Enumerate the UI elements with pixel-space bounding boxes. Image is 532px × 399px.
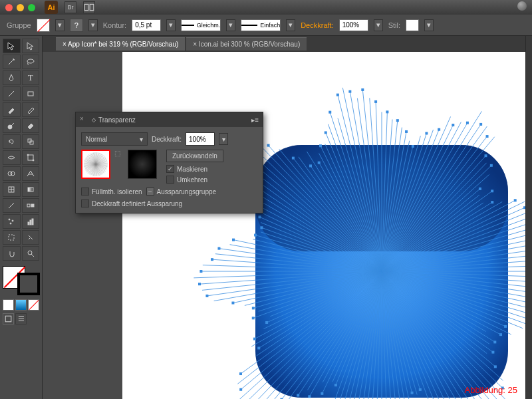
blob-brush-tool[interactable] [3,118,21,133]
svg-rect-269 [292,157,295,160]
window-controls [5,4,35,11]
checkbox-icon[interactable]: – [146,188,154,196]
tools-panel: T ☰ [0,36,43,399]
rectangle-tool[interactable] [22,86,40,101]
checkbox-icon[interactable] [81,200,89,207]
direct-selection-tool[interactable] [22,39,40,53]
checkbox-icon[interactable] [166,176,174,184]
svg-rect-248 [257,346,260,349]
mask-checkbox-row[interactable]: ✓Maskieren [166,165,223,173]
opacity-input[interactable] [339,19,368,31]
stroke-swatch[interactable]: ? [70,19,83,32]
stroke-weight-dropdown[interactable]: ▾ [166,19,176,31]
zoom-tool[interactable] [22,246,40,261]
checkbox-icon[interactable]: ✓ [166,165,174,173]
svg-rect-240 [321,392,323,395]
checkbox-icon[interactable] [81,188,89,196]
line-tool[interactable] [3,86,21,101]
stroke-weight-input[interactable] [132,19,161,31]
lasso-tool[interactable] [22,55,40,69]
brush-dropdown[interactable]: ▾ [286,19,295,31]
type-tool[interactable]: T [22,70,40,85]
canvas-area[interactable]: Abbildung: 25 [43,52,525,399]
tab-app-icon[interactable]: × App Icon* bei 319 % (RGB/Vorschau) [56,37,185,51]
svg-rect-294 [514,199,517,201]
svg-rect-285 [452,124,454,126]
screen-mode-normal[interactable] [3,313,14,325]
fill-stroke-indicator[interactable] [3,266,40,295]
hand-tool[interactable] [3,246,21,261]
stroke-profile-dropdown[interactable]: ▾ [226,19,235,31]
color-mode-gradient[interactable] [15,299,27,311]
close-window-button[interactable] [5,4,13,11]
graph-tool[interactable] [22,214,40,229]
arrange-icon[interactable] [83,1,95,13]
style-swatch[interactable] [406,19,419,31]
opacity-defines-knockout-row[interactable]: Deckkraft definiert Aussparung [81,200,182,207]
color-mode-none[interactable] [28,299,39,311]
width-tool[interactable] [3,150,21,165]
scale-tool[interactable] [22,134,40,149]
rotate-tool[interactable] [3,134,21,149]
panel-header[interactable]: × ◇ Transparenz ▸≡ [76,112,263,127]
blend-mode-select[interactable]: Normal▾ [81,132,148,146]
pen-tool[interactable] [3,70,21,85]
perspective-grid-tool[interactable] [22,166,40,181]
svg-rect-287 [479,123,482,126]
artboard-tool[interactable] [3,230,21,245]
stroke-profile[interactable]: Gleichm. [181,19,221,31]
mask-thumbnail[interactable] [128,150,157,179]
draw-mode-toggle[interactable]: ☰ [15,313,27,325]
zoom-window-button[interactable] [28,4,35,11]
invert-checkbox-row[interactable]: Umkehren [166,176,223,184]
right-panel-collapsed[interactable] [525,36,532,399]
svg-rect-241 [308,395,311,398]
gradient-tool[interactable] [22,182,40,197]
minimize-window-button[interactable] [17,4,24,11]
fill-swatch[interactable] [37,19,50,32]
style-dropdown[interactable]: ▾ [424,19,434,31]
panel-menu-icon[interactable]: ▸≡ [251,116,259,124]
artwork-thumbnail[interactable] [81,150,110,179]
revert-button[interactable]: Zurückwandeln [166,150,223,162]
magic-wand-tool[interactable] [3,55,21,69]
svg-rect-25 [9,235,14,240]
svg-rect-253 [231,302,234,305]
eyedropper-tool[interactable] [3,198,21,213]
svg-rect-277 [361,88,364,91]
knockout-checkbox-row[interactable]: –Aussparungsgruppe [146,188,217,196]
mesh-tool[interactable] [3,182,21,197]
panel-opacity-input[interactable] [186,132,215,146]
opacity-dropdown[interactable]: ▾ [374,19,383,31]
svg-rect-18 [31,204,34,207]
svg-rect-283 [425,132,428,134]
stroke-indicator[interactable] [17,273,40,295]
paintbrush-tool[interactable] [3,102,21,117]
svg-rect-252 [252,307,255,309]
panel-close-icon[interactable]: × [80,115,89,124]
color-mode-solid[interactable] [3,299,14,311]
svg-rect-256 [200,270,202,273]
fill-dropdown[interactable]: ▾ [55,19,65,31]
shape-builder-tool[interactable] [3,166,21,181]
close-icon[interactable]: × [63,41,66,48]
free-transform-tool[interactable] [22,150,40,165]
slice-tool[interactable] [22,230,40,245]
eraser-tool[interactable] [22,118,40,133]
tab-label: Icon.ai bei 300 % (RGB/Vorschau) [199,41,300,48]
tab-icon-ai[interactable]: × Icon.ai bei 300 % (RGB/Vorschau) [186,37,307,51]
link-mask-icon[interactable]: ⬚ [114,150,124,159]
close-icon[interactable]: × [193,41,197,48]
selection-tool[interactable] [3,39,21,53]
pencil-tool[interactable] [22,102,40,117]
brush-def[interactable]: Einfach [241,19,281,31]
svg-rect-229 [419,388,422,391]
stroke-dropdown[interactable]: ▾ [88,19,98,31]
blend-tool[interactable] [22,198,40,213]
workspace-switcher-icon[interactable] [517,1,527,11]
symbol-sprayer-tool[interactable] [3,214,21,229]
panel-opacity-dropdown[interactable]: ▾ [219,133,228,145]
svg-rect-282 [412,145,414,148]
isolate-checkbox-row[interactable]: Füllmth. isolieren [81,188,142,196]
bridge-icon[interactable]: Br [65,1,76,13]
